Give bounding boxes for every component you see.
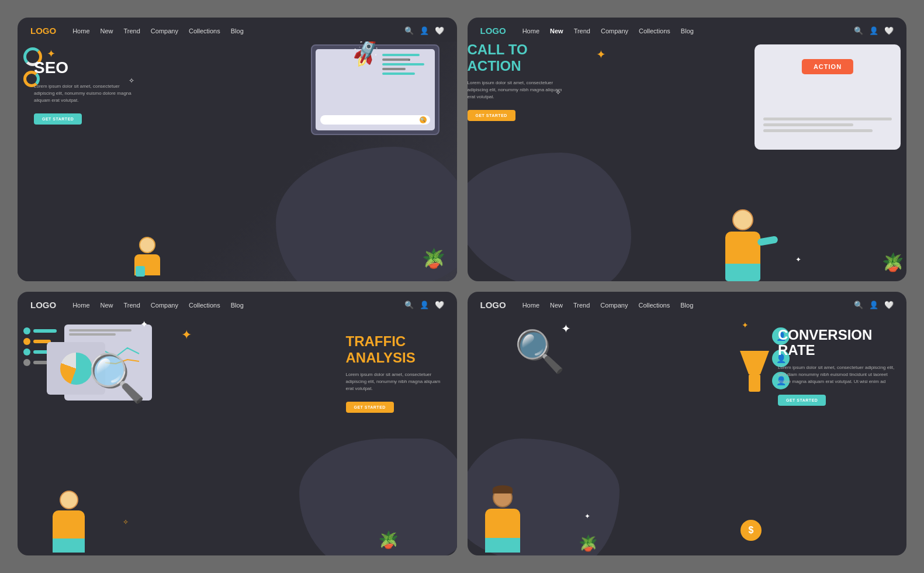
svg-rect-1 [749, 374, 760, 392]
nav-icons-traffic: 🔍 👤 🤍 [404, 301, 444, 309]
nav-home-traffic[interactable]: Home [72, 302, 89, 309]
user-icon-seo[interactable]: 👤 [420, 26, 429, 35]
svg-marker-0 [740, 351, 769, 374]
user-icon-traffic[interactable]: 👤 [420, 301, 429, 309]
plant-traffic: 🪴 [378, 530, 399, 550]
cta-button-seo[interactable]: GET STARTED [34, 113, 82, 125]
plant-conv: 🪴 [579, 534, 597, 553]
heart-icon-traffic[interactable]: 🤍 [435, 301, 444, 309]
nav-links-seo: Home New Trend Company Collections Blog [72, 27, 404, 34]
nav-trend-conv[interactable]: Trend [573, 302, 590, 309]
nav-collections-cta[interactable]: Collections [639, 27, 670, 34]
nav-company-conv[interactable]: Company [600, 302, 628, 309]
card-conversion: LOGO Home New Trend Company Collections … [468, 292, 907, 555]
action-button-cta: ACTION [802, 59, 853, 74]
card-seo: LOGO Home New Trend Company Collections … [18, 18, 457, 281]
nav-company-seo[interactable]: Company [151, 27, 178, 34]
nav-company-cta[interactable]: Company [601, 27, 628, 34]
heading-seo: SEO [34, 59, 133, 77]
search-bar-monitor-seo: 🔍 [320, 115, 430, 125]
sparkle3-cta: ✦ [795, 256, 801, 264]
nav-new-traffic[interactable]: New [101, 302, 113, 309]
text-area-seo: SEO Lorem ipsum dolor sit amet, consecte… [34, 59, 133, 125]
screen-card-cta: ACTION [755, 44, 901, 150]
nav-blog-traffic[interactable]: Blog [231, 302, 244, 309]
body-text-cta: Lorem ipsum dolor sit amet, consectetuer… [468, 80, 567, 101]
nav-collections-conv[interactable]: Collections [638, 302, 670, 309]
nav-new-cta[interactable]: New [550, 27, 563, 34]
logo-conversion: LOGO [480, 300, 506, 310]
body-text-conversion: Lorem ipsum dolor sit amet, consectetuer… [778, 364, 895, 385]
sparkle1-conv: ✦ [561, 322, 571, 336]
nav-blog-cta[interactable]: Blog [681, 27, 694, 34]
nav-home-conv[interactable]: Home [522, 302, 539, 309]
sparkle3-conv: ✦ [584, 512, 590, 520]
user-icon-cta[interactable]: 👤 [869, 26, 878, 35]
person-cta [725, 42, 760, 281]
sparkle2-cta: ✧ [555, 88, 561, 96]
screen-bars-seo: ● [382, 54, 429, 75]
sparkle3-traffic: ✧ [123, 518, 129, 526]
body-text-seo: Lorem ipsum dolor sit amet, consectetuer… [34, 83, 133, 104]
nav-seo: LOGO Home New Trend Company Collections … [18, 18, 457, 42]
text-area-conversion: CONVERSIONRATE Lorem ipsum dolor sit ame… [778, 327, 895, 406]
heading-traffic: TRAFFICANALYSIS [346, 333, 445, 365]
card-body-traffic: 🔍 ✦ ✦ ✧ 🪴 TRAFFICANALYSIS Lorem ipsum do… [18, 316, 457, 555]
heart-icon-conv[interactable]: 🤍 [884, 301, 894, 309]
nav-blog-seo[interactable]: Blog [231, 27, 244, 34]
card-body-conversion: 👤 👤 👤 $ 🔍 ✦ ✦ ✦ 🪴 CONVERSION [468, 316, 907, 555]
coin-conv: $ [740, 520, 762, 541]
magnify-conv: 🔍 [514, 327, 565, 375]
cta-button-cta[interactable]: GET STARTED [468, 110, 515, 121]
magnify-traffic: 🔍 [88, 351, 146, 406]
search-icon-monitor-seo: 🔍 [420, 116, 427, 123]
user-icon-conv[interactable]: 👤 [869, 301, 878, 309]
search-icon-cta[interactable]: 🔍 [854, 26, 863, 35]
nav-trend-traffic[interactable]: Trend [124, 302, 140, 309]
sparkle1-traffic: ✦ [140, 319, 148, 330]
nav-cta: LOGO Home New Trend Company Collections … [468, 18, 907, 42]
search-icon-conv[interactable]: 🔍 [854, 301, 863, 309]
nav-blog-conv[interactable]: Blog [680, 302, 693, 309]
logo-seo: LOGO [30, 26, 56, 36]
cta-button-conversion[interactable]: GET STARTED [778, 395, 826, 406]
blob-cta [468, 153, 631, 281]
sparkle1-cta: ✦ [596, 47, 606, 61]
nav-home-seo[interactable]: Home [72, 27, 89, 34]
card-cta: LOGO Home New Trend Company Collections … [468, 18, 907, 281]
nav-trend-seo[interactable]: Trend [124, 27, 140, 34]
nav-company-traffic[interactable]: Company [151, 302, 178, 309]
heart-icon-seo[interactable]: 🤍 [435, 26, 444, 35]
person-traffic [53, 491, 85, 553]
search-icon-traffic[interactable]: 🔍 [404, 301, 414, 309]
funnel-conv [737, 348, 772, 401]
nav-new-seo[interactable]: New [101, 27, 113, 34]
nav-new-conv[interactable]: New [550, 302, 563, 309]
nav-collections-seo[interactable]: Collections [189, 27, 220, 34]
search-icon-seo[interactable]: 🔍 [404, 26, 414, 35]
person-conv [485, 488, 520, 553]
logo-cta: LOGO [480, 26, 506, 36]
nav-links-traffic: Home New Trend Company Collections Blog [72, 302, 404, 309]
card-body-cta: ACTION ✦ ✧ ✦ 🪴 CALL TOACTION Lorem ip [468, 42, 907, 281]
cta-button-traffic[interactable]: GET STARTED [346, 402, 394, 413]
card-traffic: LOGO Home New Trend Company Collections … [18, 292, 457, 555]
text-area-traffic: TRAFFICANALYSIS Lorem ipsum dolor sit am… [346, 333, 445, 413]
sparkle2-conv: ✦ [742, 320, 749, 330]
screen-lines-cta [763, 118, 892, 132]
body-text-traffic: Lorem ipsum dolor sit amet, consectetuer… [346, 371, 445, 392]
logo-traffic: LOGO [30, 300, 56, 310]
nav-links-conversion: Home New Trend Company Collections Blog [522, 302, 854, 309]
sparkle2-traffic: ✦ [181, 327, 192, 343]
nav-icons-conversion: 🔍 👤 🤍 [854, 301, 894, 309]
nav-collections-traffic[interactable]: Collections [189, 302, 220, 309]
plant-seo: 🪴 [422, 247, 445, 270]
card-body-seo: ✦ ✦ ✧ ✧ ● 🔍 🚀 🪴 [18, 42, 457, 281]
person-seo [134, 237, 160, 275]
heading-conversion: CONVERSIONRATE [778, 327, 895, 358]
nav-trend-cta[interactable]: Trend [574, 27, 590, 34]
heart-icon-cta[interactable]: 🤍 [884, 26, 894, 35]
nav-traffic: LOGO Home New Trend Company Collections … [18, 292, 457, 316]
nav-icons-seo: 🔍 👤 🤍 [404, 26, 444, 35]
nav-home-cta[interactable]: Home [522, 27, 539, 34]
